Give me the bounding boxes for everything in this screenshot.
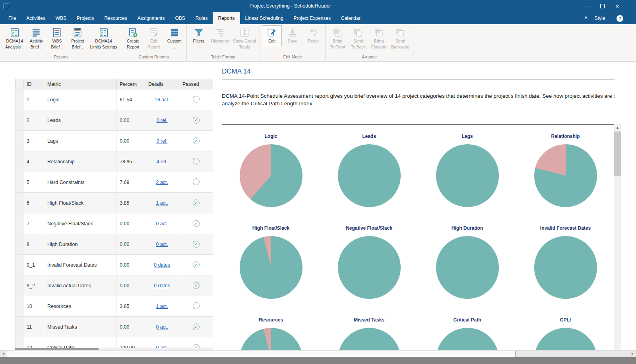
table-row-lags[interactable]: 3 Lags 0.00 0 rel. ✓ [16,131,213,151]
vertical-scrollbar[interactable]: ▲ ▼ [614,124,621,350]
row-selector[interactable] [16,89,23,110]
content-area: IDMetricPercentDetailsPassed 1 Logic 61.… [0,62,636,350]
column-header-percent[interactable]: Percent [116,79,145,89]
minimize-button[interactable] [580,0,595,12]
close-button[interactable]: ✕ [610,0,625,12]
help-button[interactable]: ? [617,15,623,22]
style-button[interactable]: Style ⌄ [592,15,612,21]
ribbon-button-dcma14-limits-settings[interactable]: DCMA14 Limits Settings [88,25,118,50]
table-row-relationship[interactable]: 4 Relationship 78.95 4 rel. [16,151,213,172]
chevron-down-icon: ⌄ [39,46,42,49]
horizontal-scrollbar[interactable]: ◄ ► [0,350,636,357]
horizontal-scrollbar-thumb[interactable] [7,351,516,357]
details-link[interactable]: 0 rel. [157,118,168,123]
menu-tab-reports[interactable]: Reports [213,12,240,24]
table-row-resources[interactable]: 10 Resources 3.85 1 act. [16,296,213,317]
ribbon-button-wbs-brief[interactable]: WBS Brief ⌄ [47,25,67,51]
table-row-negative-float-slack[interactable]: 7 Negative Float/Slack 0.00 0 act. ✓ [16,213,213,234]
menu-tab-calendar[interactable]: Calendar [336,12,366,24]
menu-tab-obs[interactable]: OBS [170,12,190,24]
ribbon-button-activity-brief[interactable]: Activity Brief ⌄ [26,25,46,51]
menu-tab-roles[interactable]: Roles [190,12,213,24]
table-row-leads[interactable]: 2 Leads 0.00 0 rel. ✓ [16,110,213,131]
pie-critical-path [436,328,499,350]
ribbon-button-edit[interactable]: Edit [262,25,282,46]
row-id: 2 [23,110,44,131]
pie-chart-resources: Resources [240,317,302,350]
bottom-strip [0,357,636,364]
maximize-button[interactable] [595,0,610,12]
ribbon-button-dcma14-analysis[interactable]: DCMA14 Analysis ⌄ [4,25,25,51]
ribbon-button-create-report[interactable]: Create Report [123,25,143,50]
details-link[interactable]: 0 act. [156,242,168,247]
row-selector[interactable] [16,172,23,193]
chart-title: Lags [461,134,473,139]
menu-tab-projects[interactable]: Projects [72,12,99,24]
save-icon [287,27,298,38]
details-link[interactable]: 2 act. [156,180,168,185]
table-row-logic[interactable]: 1 Logic 61.54 16 act. [16,89,213,110]
details-link[interactable]: 0 rel. [157,138,168,144]
row-selector[interactable] [16,213,23,234]
row-percent: 3.85 [116,193,145,213]
chart-title: High Duration [452,225,483,231]
table-row-high-float-slack[interactable]: 6 High Float/Slack 3.85 1 act. ✓ [16,193,213,213]
ribbon-group-arrange: Bring To Front Send To Back Bring Forwar… [326,24,413,61]
ribbon-button-custom[interactable]: Custom ⌄ [165,25,184,51]
scroll-up-icon[interactable]: ▲ [614,124,621,131]
column-header-details[interactable]: Details [145,79,179,89]
details-link[interactable]: 0 act. [156,324,168,330]
row-metric: Lags [44,131,116,151]
details-link[interactable]: 1 act. [156,304,168,309]
details-link[interactable]: 16 act. [155,97,170,103]
row-selector[interactable] [16,255,23,275]
menu-tab-activities[interactable]: Activities [21,12,50,24]
column-header-id[interactable]: ID [23,79,44,89]
description-line-2: analyze the Critical Path Length Index. [222,100,615,108]
table-row-invalid-forecast-dates[interactable]: 9_1 Invalid Forecast Dates 0.00 0 dates … [16,255,213,275]
menu-tab-wbs[interactable]: WBS [50,12,72,24]
menu-tab-linear-scheduling[interactable]: Linear Scheduling [240,12,289,24]
table-row-invalid-actual-dates[interactable]: 9_2 Invalid Actual Dates 0.00 0 dates ✓ [16,275,213,296]
row-selector[interactable] [16,110,23,131]
scroll-right-icon[interactable]: ► [629,350,636,357]
minimize-icon [585,6,589,6]
column-header-metric[interactable]: Metric [44,79,116,89]
ribbon-button-filters[interactable]: Filters [189,25,209,46]
column-header-passed[interactable]: Passed [179,79,213,89]
row-selector[interactable] [16,296,23,317]
ribbon-button-hierarchy: Hierarchy ⌄ [209,25,231,51]
ribbon-button-project-brief[interactable]: Project Brief ⌄ [68,25,87,51]
row-selector[interactable] [16,317,23,337]
row-selector[interactable] [16,193,23,213]
report-title: DCMA 14 [222,68,615,76]
failed-circle-icon [193,96,200,103]
row-selector[interactable] [16,131,23,151]
report-description: DCMA 14-Point Schedule Assessment report… [222,93,615,107]
details-link[interactable]: 0 dates [154,262,170,268]
table-row-missed-tasks[interactable]: 11 Missed Tasks 0.00 0 act. ✓ [16,317,213,337]
ribbon: DCMA14 Analysis ⌄ Activity Brief ⌄ WBS B… [0,24,636,62]
menu-tab-resources[interactable]: Resources [99,12,132,24]
row-percent: 3.85 [116,296,145,317]
details-link[interactable]: 1 act. [156,200,168,206]
details-link[interactable]: 0 act. [156,221,168,227]
hierarchy-icon [215,27,225,38]
scroll-left-icon[interactable]: ◄ [0,350,7,357]
menu-tab-assignments[interactable]: Assignments [132,12,170,24]
table-row-hard-constraints[interactable]: 5 Hard Constraints 7.69 2 act. [16,172,213,193]
send-back-icon [353,27,363,38]
row-selector[interactable] [16,275,23,296]
collapse-ribbon-icon[interactable]: ^ [585,16,588,20]
vertical-scrollbar-thumb[interactable] [614,132,621,176]
menu-tab-project-expenses[interactable]: Project Expenses [289,12,336,24]
pie-missed-tasks [338,328,401,350]
row-id: 4 [23,151,44,172]
menu-tab-file[interactable]: File [3,12,21,24]
row-selector[interactable] [16,151,23,172]
row-selector[interactable] [16,234,23,255]
details-link[interactable]: 0 dates [154,283,170,288]
details-link[interactable]: 4 rel. [157,159,168,165]
table-row-high-duration[interactable]: 8 High Duration 0.00 0 act. ✓ [16,234,213,255]
pie-chart-missed-tasks: Missed Tasks [338,317,401,350]
